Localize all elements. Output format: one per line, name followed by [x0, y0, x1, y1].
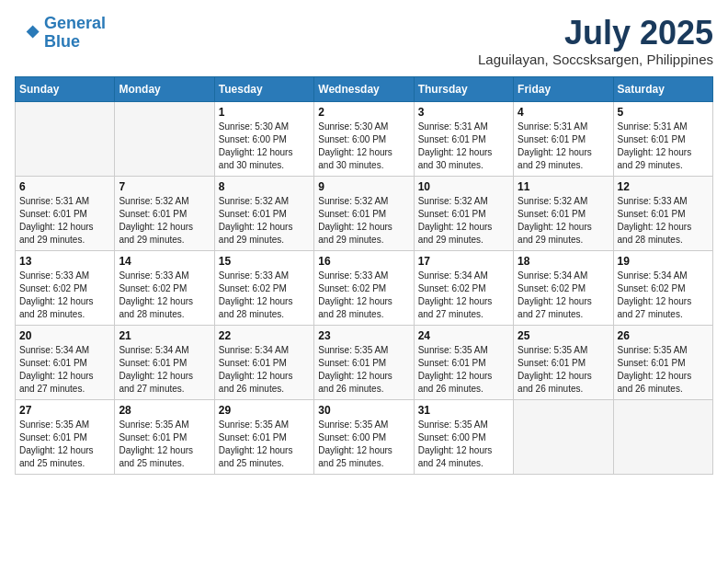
day-info: Sunrise: 5:35 AMSunset: 6:00 PMDaylight:… — [418, 419, 509, 470]
calendar-cell: 6Sunrise: 5:31 AMSunset: 6:01 PMDaylight… — [16, 176, 115, 250]
calendar-cell: 21Sunrise: 5:34 AMSunset: 6:01 PMDayligh… — [115, 325, 214, 399]
title-block: July 2025 Laguilayan, Soccsksargen, Phil… — [478, 15, 713, 67]
day-number: 5 — [618, 106, 709, 119]
day-number: 6 — [19, 180, 110, 193]
calendar-week-row: 6Sunrise: 5:31 AMSunset: 6:01 PMDaylight… — [16, 176, 713, 250]
day-number: 8 — [219, 180, 310, 193]
day-number: 13 — [19, 255, 110, 268]
calendar-cell — [514, 399, 613, 474]
calendar-cell: 23Sunrise: 5:35 AMSunset: 6:01 PMDayligh… — [314, 325, 414, 399]
calendar-cell: 7Sunrise: 5:32 AMSunset: 6:01 PMDaylight… — [115, 176, 214, 250]
calendar-cell: 20Sunrise: 5:34 AMSunset: 6:01 PMDayligh… — [16, 325, 115, 399]
calendar-cell: 29Sunrise: 5:35 AMSunset: 6:01 PMDayligh… — [214, 399, 313, 474]
calendar-cell — [115, 101, 214, 176]
calendar-cell: 30Sunrise: 5:35 AMSunset: 6:00 PMDayligh… — [314, 399, 414, 474]
day-number: 26 — [618, 329, 709, 342]
day-info: Sunrise: 5:31 AMSunset: 6:01 PMDaylight:… — [618, 121, 709, 172]
month-year: July 2025 — [478, 15, 713, 52]
calendar-cell: 11Sunrise: 5:32 AMSunset: 6:01 PMDayligh… — [514, 176, 613, 250]
day-number: 29 — [219, 404, 310, 417]
page-header: General Blue July 2025 Laguilayan, Soccs… — [15, 15, 713, 67]
day-number: 19 — [618, 255, 709, 268]
calendar-cell: 26Sunrise: 5:35 AMSunset: 6:01 PMDayligh… — [613, 325, 712, 399]
logo: General Blue — [15, 15, 106, 52]
day-info: Sunrise: 5:34 AMSunset: 6:01 PMDaylight:… — [219, 344, 310, 396]
calendar-cell: 4Sunrise: 5:31 AMSunset: 6:01 PMDaylight… — [514, 101, 613, 176]
day-info: Sunrise: 5:35 AMSunset: 6:01 PMDaylight:… — [618, 344, 709, 396]
calendar-cell: 28Sunrise: 5:35 AMSunset: 6:01 PMDayligh… — [115, 399, 214, 474]
day-number: 16 — [318, 255, 409, 268]
day-info: Sunrise: 5:35 AMSunset: 6:01 PMDaylight:… — [418, 344, 509, 396]
day-number: 28 — [119, 404, 210, 417]
calendar-cell: 9Sunrise: 5:32 AMSunset: 6:01 PMDaylight… — [314, 176, 414, 250]
calendar-cell: 24Sunrise: 5:35 AMSunset: 6:01 PMDayligh… — [414, 325, 513, 399]
calendar-cell: 10Sunrise: 5:32 AMSunset: 6:01 PMDayligh… — [414, 176, 513, 250]
calendar-cell — [613, 399, 712, 474]
day-info: Sunrise: 5:33 AMSunset: 6:02 PMDaylight:… — [19, 270, 110, 321]
calendar-cell: 3Sunrise: 5:31 AMSunset: 6:01 PMDaylight… — [414, 101, 513, 176]
day-number: 14 — [119, 255, 210, 268]
weekday-header: Tuesday — [214, 76, 313, 101]
day-info: Sunrise: 5:34 AMSunset: 6:02 PMDaylight:… — [418, 270, 509, 321]
day-info: Sunrise: 5:34 AMSunset: 6:01 PMDaylight:… — [19, 344, 110, 396]
day-info: Sunrise: 5:32 AMSunset: 6:01 PMDaylight:… — [318, 195, 409, 247]
day-info: Sunrise: 5:35 AMSunset: 6:01 PMDaylight:… — [219, 419, 310, 470]
day-number: 24 — [418, 329, 509, 342]
day-info: Sunrise: 5:32 AMSunset: 6:01 PMDaylight:… — [119, 195, 210, 247]
calendar-cell: 27Sunrise: 5:35 AMSunset: 6:01 PMDayligh… — [16, 399, 115, 474]
day-info: Sunrise: 5:32 AMSunset: 6:01 PMDaylight:… — [518, 195, 609, 247]
day-number: 7 — [119, 180, 210, 193]
day-number: 18 — [518, 255, 609, 268]
day-info: Sunrise: 5:33 AMSunset: 6:01 PMDaylight:… — [618, 195, 709, 247]
weekday-header: Monday — [115, 76, 214, 101]
day-number: 9 — [318, 180, 409, 193]
day-number: 17 — [418, 255, 509, 268]
weekday-header: Saturday — [613, 76, 712, 101]
day-number: 4 — [518, 106, 609, 119]
day-info: Sunrise: 5:35 AMSunset: 6:01 PMDaylight:… — [119, 419, 210, 470]
calendar-cell: 22Sunrise: 5:34 AMSunset: 6:01 PMDayligh… — [214, 325, 313, 399]
calendar-cell: 19Sunrise: 5:34 AMSunset: 6:02 PMDayligh… — [613, 250, 712, 325]
day-info: Sunrise: 5:34 AMSunset: 6:02 PMDaylight:… — [518, 270, 609, 321]
calendar-cell: 17Sunrise: 5:34 AMSunset: 6:02 PMDayligh… — [414, 250, 513, 325]
logo-line2: Blue — [44, 32, 80, 51]
calendar-cell: 31Sunrise: 5:35 AMSunset: 6:00 PMDayligh… — [414, 399, 513, 474]
calendar-week-row: 1Sunrise: 5:30 AMSunset: 6:00 PMDaylight… — [16, 101, 713, 176]
calendar-cell: 2Sunrise: 5:30 AMSunset: 6:00 PMDaylight… — [314, 101, 414, 176]
day-number: 27 — [19, 404, 110, 417]
day-number: 3 — [418, 106, 509, 119]
calendar-cell: 15Sunrise: 5:33 AMSunset: 6:02 PMDayligh… — [214, 250, 313, 325]
day-number: 25 — [518, 329, 609, 342]
day-info: Sunrise: 5:31 AMSunset: 6:01 PMDaylight:… — [19, 195, 110, 247]
calendar-cell: 12Sunrise: 5:33 AMSunset: 6:01 PMDayligh… — [613, 176, 712, 250]
day-info: Sunrise: 5:33 AMSunset: 6:02 PMDaylight:… — [119, 270, 210, 321]
day-info: Sunrise: 5:33 AMSunset: 6:02 PMDaylight:… — [219, 270, 310, 321]
logo-line1: General — [44, 14, 106, 32]
day-info: Sunrise: 5:31 AMSunset: 6:01 PMDaylight:… — [418, 121, 509, 172]
day-info: Sunrise: 5:35 AMSunset: 6:01 PMDaylight:… — [318, 344, 409, 396]
day-info: Sunrise: 5:35 AMSunset: 6:00 PMDaylight:… — [318, 419, 409, 470]
logo-text: General Blue — [44, 15, 106, 52]
day-info: Sunrise: 5:33 AMSunset: 6:02 PMDaylight:… — [318, 270, 409, 321]
day-number: 21 — [119, 329, 210, 342]
day-info: Sunrise: 5:32 AMSunset: 6:01 PMDaylight:… — [219, 195, 310, 247]
day-number: 22 — [219, 329, 310, 342]
weekday-header: Sunday — [16, 76, 115, 101]
logo-icon — [15, 20, 40, 46]
svg-marker-0 — [27, 25, 40, 38]
calendar-week-row: 20Sunrise: 5:34 AMSunset: 6:01 PMDayligh… — [16, 325, 713, 399]
day-info: Sunrise: 5:35 AMSunset: 6:01 PMDaylight:… — [518, 344, 609, 396]
calendar: SundayMondayTuesdayWednesdayThursdayFrid… — [15, 76, 713, 475]
calendar-week-row: 27Sunrise: 5:35 AMSunset: 6:01 PMDayligh… — [16, 399, 713, 474]
day-number: 11 — [518, 180, 609, 193]
day-info: Sunrise: 5:34 AMSunset: 6:02 PMDaylight:… — [618, 270, 709, 321]
day-number: 31 — [418, 404, 509, 417]
day-info: Sunrise: 5:30 AMSunset: 6:00 PMDaylight:… — [219, 121, 310, 172]
day-number: 1 — [219, 106, 310, 119]
day-number: 20 — [19, 329, 110, 342]
day-number: 10 — [418, 180, 509, 193]
weekday-header: Wednesday — [314, 76, 414, 101]
day-info: Sunrise: 5:34 AMSunset: 6:01 PMDaylight:… — [119, 344, 210, 396]
calendar-cell — [16, 101, 115, 176]
calendar-cell: 8Sunrise: 5:32 AMSunset: 6:01 PMDaylight… — [214, 176, 313, 250]
